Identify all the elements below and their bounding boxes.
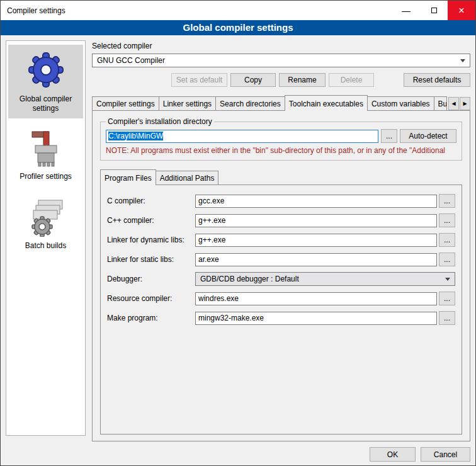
c-compiler-input[interactable] — [195, 195, 437, 208]
cpp-compiler-browse-button[interactable]: ... — [439, 213, 455, 227]
field-row-make-program: Make program: ... — [107, 311, 455, 325]
install-dir-group-title: Compiler's installation directory — [106, 117, 214, 126]
install-dir-value: C:\raylib\MinGW — [108, 132, 163, 140]
c-compiler-label: C compiler: — [107, 196, 195, 205]
sidebar-item-label: Batch builds — [9, 241, 82, 251]
ok-button[interactable]: OK — [370, 447, 416, 462]
debugger-select[interactable]: GDB/CDB debugger : Default — [195, 272, 455, 286]
tab-build-options[interactable]: Buil — [434, 96, 447, 110]
debugger-select-value: GDB/CDB debugger : Default — [200, 275, 299, 283]
tab-additional-paths[interactable]: Additional Paths — [156, 171, 219, 185]
static-linker-label: Linker for static libs: — [107, 255, 195, 264]
tab-toolchain-executables[interactable]: Toolchain executables — [285, 95, 368, 111]
static-linker-control: ... — [195, 253, 455, 266]
resource-compiler-control: ... — [195, 292, 455, 305]
static-linker-browse-button[interactable]: ... — [439, 253, 455, 266]
field-row-cpp-compiler: C++ compiler: ... — [107, 213, 455, 227]
tab-scroll-controls: ◀ ▶ — [448, 97, 470, 110]
debugger-control: GDB/CDB debugger : Default — [195, 272, 455, 286]
chevron-down-icon — [460, 59, 465, 62]
rename-button[interactable]: Rename — [279, 73, 326, 87]
arrow-left-icon: ◀ — [451, 101, 455, 106]
arrow-right-icon: ▶ — [463, 101, 467, 106]
cancel-button[interactable]: Cancel — [421, 447, 470, 462]
c-compiler-control: ... — [195, 194, 455, 208]
close-button[interactable]: × — [448, 1, 475, 20]
resource-compiler-browse-button[interactable]: ... — [439, 292, 455, 305]
batch-builds-icon — [27, 198, 65, 237]
compiler-select[interactable]: GNU GCC Compiler — [92, 54, 470, 67]
debugger-label: Debugger: — [107, 275, 195, 283]
dialog-footer: OK Cancel — [92, 447, 470, 462]
dynamic-linker-label: Linker for dynamic libs: — [107, 236, 195, 244]
resource-compiler-input[interactable] — [195, 292, 437, 305]
make-program-control: ... — [195, 311, 455, 325]
program-files-tab-bar: Program Files Additional Paths — [99, 169, 463, 185]
dynamic-linker-control: ... — [195, 233, 455, 247]
static-linker-input[interactable] — [195, 253, 437, 266]
minimize-button[interactable]: — — [392, 1, 420, 20]
field-row-resource-compiler: Resource compiler: ... — [107, 292, 455, 305]
sidebar-item-label: Profiler settings — [9, 172, 82, 181]
autodetect-button[interactable]: Auto-detect — [400, 129, 456, 143]
dialog-header: Global compiler settings — [1, 20, 475, 35]
tab-search-directories[interactable]: Search directories — [215, 96, 285, 110]
sidebar-item-batch-builds[interactable]: Batch builds — [8, 193, 83, 256]
compiler-select-value: GNU GCC Compiler — [97, 56, 165, 65]
toolchain-executables-panel: Compiler's installation directory C:\ray… — [92, 110, 470, 441]
tab-program-files[interactable]: Program Files — [100, 169, 156, 185]
install-dir-row: C:\raylib\MinGW ... Auto-detect — [106, 129, 456, 143]
delete-button[interactable]: Delete — [329, 73, 374, 87]
tab-scroll-right-button[interactable]: ▶ — [460, 97, 470, 110]
selected-compiler-label: Selected compiler — [92, 42, 470, 50]
dynamic-linker-input[interactable] — [195, 234, 437, 247]
field-row-static-linker: Linker for static libs: ... — [107, 253, 455, 266]
install-dir-browse-button[interactable]: ... — [381, 129, 397, 143]
c-compiler-browse-button[interactable]: ... — [439, 194, 455, 208]
install-dir-input[interactable]: C:\raylib\MinGW — [106, 130, 378, 143]
window-controls: — × — [392, 1, 475, 20]
gear-icon — [26, 50, 66, 90]
dynamic-linker-browse-button[interactable]: ... — [439, 233, 455, 247]
cpp-compiler-label: C++ compiler: — [107, 216, 195, 225]
tab-bar: Compiler settings Linker settings Search… — [92, 95, 470, 110]
tab-linker-settings[interactable]: Linker settings — [159, 96, 216, 110]
install-dir-note: NOTE: All programs must exist either in … — [106, 146, 456, 155]
sidebar-item-profiler-settings[interactable]: Profiler settings — [8, 125, 83, 186]
make-program-label: Make program: — [107, 314, 195, 322]
main-content: Selected compiler GNU GCC Compiler Set a… — [92, 40, 470, 462]
reset-defaults-button[interactable]: Reset defaults — [404, 73, 470, 87]
compiler-actions: Set as default Copy Rename Delete Reset … — [92, 73, 470, 87]
program-files-panel: C compiler: ... C++ compiler: ... — [100, 185, 462, 435]
field-row-dynamic-linker: Linker for dynamic libs: ... — [107, 233, 455, 247]
field-row-c-compiler: C compiler: ... — [107, 194, 455, 208]
tab-compiler-settings[interactable]: Compiler settings — [92, 96, 159, 110]
tab-scroll-left-button[interactable]: ◀ — [448, 97, 459, 110]
sidebar: Global compiler settings Profiler settin… — [6, 40, 86, 436]
make-program-input[interactable] — [195, 312, 437, 325]
sidebar-item-global-compiler-settings[interactable]: Global compiler settings — [8, 45, 83, 118]
compiler-settings-window: Compiler settings — × Global compiler se… — [0, 0, 476, 466]
make-program-browse-button[interactable]: ... — [439, 311, 455, 325]
cpp-compiler-input[interactable] — [195, 214, 437, 227]
maximize-button[interactable] — [420, 1, 448, 20]
dialog-body: Global compiler settings Profiler settin… — [1, 35, 475, 466]
close-icon: × — [458, 5, 464, 16]
field-row-debugger: Debugger: GDB/CDB debugger : Default — [107, 272, 455, 286]
copy-button[interactable]: Copy — [230, 73, 276, 87]
tab-custom-variables[interactable]: Custom variables — [367, 96, 434, 110]
window-title: Compiler settings — [1, 6, 392, 15]
titlebar[interactable]: Compiler settings — × — [1, 1, 475, 20]
maximize-icon — [431, 8, 437, 13]
minimize-icon: — — [402, 6, 411, 16]
cpp-compiler-control: ... — [195, 213, 455, 227]
chevron-down-icon — [445, 278, 450, 281]
profiler-icon — [29, 130, 63, 168]
sidebar-item-label: Global compiler settings — [9, 94, 82, 113]
resource-compiler-label: Resource compiler: — [107, 294, 195, 303]
set-as-default-button[interactable]: Set as default — [171, 73, 227, 87]
install-dir-group: Compiler's installation directory C:\ray… — [100, 117, 462, 161]
